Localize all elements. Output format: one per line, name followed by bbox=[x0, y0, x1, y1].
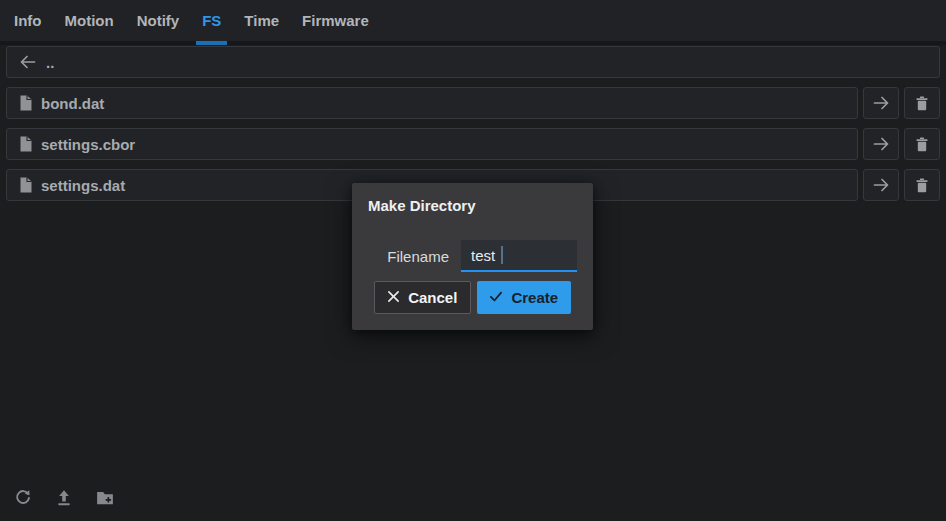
cancel-button[interactable]: Cancel bbox=[374, 281, 471, 314]
open-file-button[interactable] bbox=[863, 128, 899, 160]
tab-notify[interactable]: Notify bbox=[131, 0, 186, 41]
close-icon bbox=[387, 289, 400, 306]
cancel-button-label: Cancel bbox=[408, 289, 457, 306]
file-list: .. bond.dat bbox=[0, 45, 946, 201]
dialog-title: Make Directory bbox=[368, 197, 577, 214]
file-name-cell[interactable]: bond.dat bbox=[6, 87, 858, 119]
open-file-button[interactable] bbox=[863, 87, 899, 119]
make-directory-dialog: Make Directory Filename Cancel Create bbox=[352, 183, 593, 330]
upload-icon bbox=[55, 495, 73, 510]
tab-motion[interactable]: Motion bbox=[59, 0, 120, 41]
file-row: bond.dat bbox=[6, 87, 940, 119]
trash-icon bbox=[915, 96, 929, 111]
parent-directory-label: .. bbox=[46, 54, 54, 71]
file-name-cell[interactable]: settings.cbor bbox=[6, 128, 858, 160]
create-button[interactable]: Create bbox=[477, 281, 572, 314]
dialog-buttons: Cancel Create bbox=[368, 281, 577, 314]
tab-bar: Info Motion Notify FS Time Firmware bbox=[0, 0, 946, 45]
delete-file-button[interactable] bbox=[904, 169, 940, 201]
refresh-icon bbox=[14, 495, 32, 510]
arrow-left-icon bbox=[19, 54, 36, 70]
refresh-button[interactable] bbox=[14, 489, 32, 507]
delete-file-button[interactable] bbox=[904, 87, 940, 119]
file-icon bbox=[19, 95, 32, 111]
trash-icon bbox=[915, 178, 929, 193]
arrow-right-icon bbox=[873, 95, 890, 111]
delete-file-button[interactable] bbox=[904, 128, 940, 160]
file-row: settings.cbor bbox=[6, 128, 940, 160]
new-folder-button[interactable] bbox=[96, 489, 114, 507]
open-file-button[interactable] bbox=[863, 169, 899, 201]
file-name: bond.dat bbox=[41, 95, 104, 112]
filename-form-row: Filename bbox=[368, 240, 577, 272]
file-name: settings.cbor bbox=[41, 136, 135, 153]
file-name: settings.dat bbox=[41, 177, 125, 194]
arrow-right-icon bbox=[873, 136, 890, 152]
create-button-label: Create bbox=[511, 289, 558, 306]
filename-input[interactable] bbox=[461, 240, 577, 272]
new-folder-icon bbox=[96, 495, 114, 510]
arrow-right-icon bbox=[873, 177, 890, 193]
check-icon bbox=[489, 289, 503, 306]
tab-info[interactable]: Info bbox=[8, 0, 48, 41]
tab-fs[interactable]: FS bbox=[196, 0, 227, 41]
upload-button[interactable] bbox=[55, 489, 73, 507]
filename-label: Filename bbox=[387, 248, 449, 265]
parent-directory-row[interactable]: .. bbox=[6, 46, 940, 78]
file-icon bbox=[19, 136, 32, 152]
tab-firmware[interactable]: Firmware bbox=[296, 0, 375, 41]
tab-time[interactable]: Time bbox=[238, 0, 285, 41]
trash-icon bbox=[915, 137, 929, 152]
fs-toolbar bbox=[14, 489, 114, 507]
file-icon bbox=[19, 177, 32, 193]
